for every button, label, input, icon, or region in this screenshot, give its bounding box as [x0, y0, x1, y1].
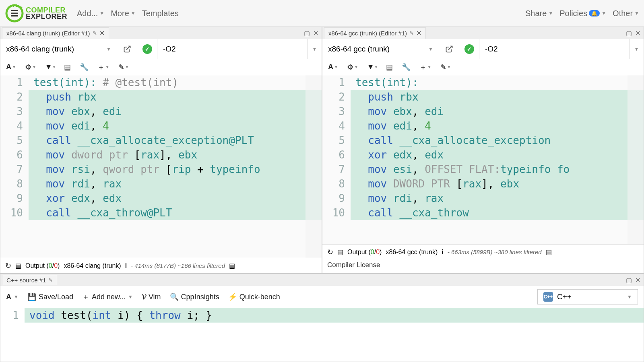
plus-icon[interactable]: ＋▼ — [419, 62, 431, 72]
close-icon[interactable]: ✕ — [99, 29, 105, 37]
toolbar-right: A▼ ⚙▼ ▼▾ ▤ 🔧 ＋▼ ✎▼ — [322, 59, 644, 75]
maximize-icon[interactable]: ▢ — [624, 29, 634, 37]
nav-templates[interactable]: Templates — [142, 9, 179, 18]
flags-input-left[interactable] — [157, 39, 307, 59]
font-icon[interactable]: A▼ — [6, 293, 19, 301]
chart-icon[interactable]: ▤ — [229, 262, 235, 269]
status-ok-right: ✓ — [459, 39, 479, 59]
asm-editor-right[interactable]: 12345678910 test(int): push rbx mov ebx,… — [322, 75, 644, 244]
addnew-button[interactable]: ＋ Add new... ▼ — [82, 292, 133, 302]
flags-input-right[interactable] — [479, 39, 629, 59]
compiler-select-right[interactable]: x86-64 gcc (trunk)▼ — [322, 39, 439, 59]
logo-icon — [5, 4, 24, 23]
saveload-button[interactable]: 💾 Save/Load — [27, 292, 73, 301]
svg-line-8 — [448, 46, 452, 49]
wand-icon[interactable]: ✎▼ — [440, 63, 451, 72]
source-pane: C++ source #1 ✎ ▢ ✕ A▼ 💾 Save/Load ＋ Add… — [0, 274, 644, 362]
maximize-icon[interactable]: ▢ — [302, 29, 312, 37]
wrench-icon[interactable]: 🔧 — [80, 63, 89, 72]
pencil-icon[interactable]: ✎ — [48, 277, 53, 283]
close-pane-icon[interactable]: ✕ — [312, 29, 320, 37]
minimap[interactable] — [627, 75, 644, 244]
compiler-select-left[interactable]: x86-64 clang (trunk)▼ — [0, 39, 117, 59]
svg-rect-2 — [11, 13, 18, 14]
nav-policies[interactable]: Policies 🔔 ▼ — [559, 9, 606, 18]
filter-icon[interactable]: ▼▾ — [45, 63, 55, 71]
output-icon[interactable]: ▤ — [15, 262, 21, 269]
output-label[interactable]: Output (0/0) — [25, 262, 60, 269]
logo[interactable]: COMPILER EXPLORER — [5, 4, 67, 23]
maximize-icon[interactable]: ▢ — [624, 276, 634, 284]
minimap[interactable] — [305, 75, 322, 258]
close-icon[interactable]: ✕ — [416, 29, 421, 37]
cpp-icon: C++ — [543, 292, 553, 302]
gear-icon[interactable]: ⚙▼ — [347, 63, 358, 72]
compiler-name: x86-64 clang (trunk) — [64, 262, 121, 269]
output-icon[interactable]: ▤ — [337, 248, 343, 256]
nav-add[interactable]: Add...▼ — [77, 9, 104, 18]
cppinsights-button[interactable]: 🔍 CppInsights — [170, 292, 219, 301]
gear-icon[interactable]: ⚙▼ — [25, 63, 36, 72]
status-ok-left: ✓ — [137, 39, 157, 59]
vim-button[interactable]: 𝓥 Vim — [142, 293, 161, 301]
tab-right[interactable]: x86-64 gcc (trunk) (Editor #1) ✎ ✕ — [324, 27, 426, 39]
nav-other[interactable]: Other▼ — [613, 9, 639, 18]
compiler-name: x86-64 gcc (trunk) — [386, 249, 438, 256]
filter-icon[interactable]: ▼▾ — [367, 63, 377, 71]
quickbench-button[interactable]: ⚡ Quick-bench — [228, 292, 280, 301]
bell-icon: 🔔 — [589, 10, 600, 16]
info-icon[interactable]: i — [125, 262, 127, 269]
asm-editor-left[interactable]: 12345678910 test(int): # @test(int) push… — [0, 75, 322, 258]
font-icon[interactable]: A▼ — [6, 63, 16, 71]
timing-left: - 414ms (8177B) ~166 lines filtered — [131, 262, 225, 269]
svg-line-7 — [126, 46, 130, 49]
language-select[interactable]: C++C++ ▼ — [537, 289, 638, 304]
logo-text: COMPILER EXPLORER — [26, 7, 67, 20]
reload-icon[interactable]: ↻ — [5, 261, 11, 270]
nav-share[interactable]: Share▼ — [525, 9, 553, 18]
close-pane-icon[interactable]: ✕ — [634, 276, 642, 284]
info-icon[interactable]: i — [442, 249, 443, 256]
plus-icon[interactable]: ＋▼ — [97, 62, 109, 72]
external-link-icon[interactable] — [439, 39, 459, 59]
font-icon[interactable]: A▼ — [328, 63, 338, 71]
tab-source[interactable]: C++ source #1 ✎ — [2, 275, 57, 285]
compiler-license[interactable]: Compiler License — [322, 259, 644, 273]
toolbar-left: A▼ ⚙▼ ▼▾ ▤ 🔧 ＋▼ ✎▼ — [0, 59, 322, 75]
pencil-icon[interactable]: ✎ — [93, 30, 97, 36]
close-pane-icon[interactable]: ✕ — [634, 29, 642, 37]
flags-dropdown[interactable]: ▼ — [307, 39, 322, 59]
compiler-pane-right: x86-64 gcc (trunk) (Editor #1) ✎ ✕ ▢ ✕ x… — [322, 27, 644, 274]
compiler-pane-left: x86-64 clang (trunk) (Editor #1) ✎ ✕ ▢ ✕… — [0, 27, 322, 274]
external-link-icon[interactable] — [117, 39, 137, 59]
navbar: COMPILER EXPLORER Add...▼ More▼ Template… — [0, 0, 644, 27]
timing-right: - 663ms (5899B) ~380 lines filtered — [448, 249, 542, 255]
source-editor[interactable]: 1 void test(int i) { throw i; } — [0, 308, 644, 362]
svg-rect-4 — [13, 4, 14, 7]
wand-icon[interactable]: ✎▼ — [118, 63, 129, 72]
nav-more[interactable]: More▼ — [111, 9, 135, 18]
wrench-icon[interactable]: 🔧 — [402, 63, 411, 72]
book-icon[interactable]: ▤ — [386, 63, 393, 72]
tab-left[interactable]: x86-64 clang (trunk) (Editor #1) ✎ ✕ — [2, 27, 109, 39]
flags-dropdown[interactable]: ▼ — [629, 39, 644, 59]
chart-icon[interactable]: ▤ — [546, 248, 552, 256]
book-icon[interactable]: ▤ — [64, 63, 71, 72]
pencil-icon[interactable]: ✎ — [409, 30, 414, 36]
reload-icon[interactable]: ↻ — [327, 248, 333, 257]
svg-rect-3 — [11, 15, 18, 16]
output-label[interactable]: Output (0/0) — [347, 249, 382, 256]
svg-rect-1 — [11, 10, 18, 11]
svg-rect-5 — [16, 4, 17, 7]
